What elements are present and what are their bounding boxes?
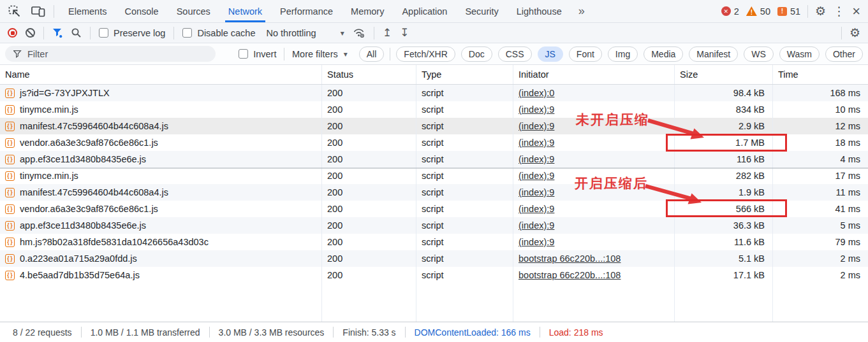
- cell-time: 4 ms: [773, 151, 868, 167]
- initiator-link[interactable]: (index):9: [519, 237, 554, 247]
- tab-memory[interactable]: Memory: [342, 0, 393, 22]
- column-header-initiator[interactable]: Initiator: [513, 65, 675, 84]
- divider: [173, 27, 174, 39]
- filter-chip-media[interactable]: Media: [644, 46, 683, 62]
- kebab-menu-icon[interactable]: ⋮: [833, 5, 845, 17]
- initiator-link[interactable]: (index):9: [519, 138, 554, 148]
- network-conditions-icon[interactable]: [353, 27, 365, 38]
- cell-initiator: (index):9: [513, 234, 675, 250]
- warning-icon: [746, 6, 757, 16]
- table-row[interactable]: manifest.47c59964604b44c608a4.js200scrip…: [0, 118, 868, 134]
- filter-chip-manifest[interactable]: Manifest: [689, 46, 738, 62]
- tab-lighthouse[interactable]: Lighthouse: [508, 0, 571, 22]
- more-tabs-icon[interactable]: »: [571, 0, 592, 22]
- toggle-device-toolbar-icon[interactable]: [31, 6, 45, 17]
- inspect-element-icon[interactable]: [8, 5, 21, 18]
- tab-elements[interactable]: Elements: [59, 0, 115, 22]
- table-row[interactable]: app.ef3ce11d3480b8435e6e.js200script(ind…: [0, 151, 868, 167]
- issues-badge[interactable]: ! 51: [777, 6, 800, 17]
- initiator-link[interactable]: bootstrap 66c220b...:108: [519, 253, 621, 264]
- network-settings-gear-icon[interactable]: ⚙: [850, 27, 860, 39]
- warning-badge[interactable]: 50: [746, 6, 770, 17]
- tab-network[interactable]: Network: [219, 0, 271, 22]
- export-har-icon[interactable]: ↧: [400, 27, 409, 38]
- cell-initiator: (index):9: [513, 151, 675, 167]
- cell-size: 11.6 kB: [675, 234, 773, 250]
- more-filters-dropdown[interactable]: More filters ▾: [292, 49, 348, 59]
- settings-gear-icon[interactable]: ⚙: [815, 5, 826, 17]
- cell-status: 200: [322, 101, 416, 118]
- cell-name: 0.a223ea01a715a29a0fdd.js: [0, 250, 322, 267]
- table-row[interactable]: tinymce.min.js200script(index):9834 kB10…: [0, 101, 868, 118]
- initiator-link[interactable]: (index):9: [519, 220, 554, 231]
- close-icon[interactable]: ×: [852, 4, 860, 18]
- table-row[interactable]: 4.be5aad7db1b35d75e64a.js200scriptbootst…: [0, 267, 868, 283]
- initiator-link[interactable]: (index):9: [519, 204, 554, 214]
- cell-type: script: [416, 118, 513, 134]
- devtools-window: ElementsConsoleSourcesNetworkPerformance…: [0, 0, 868, 342]
- filter-chip-js[interactable]: JS: [538, 46, 563, 62]
- initiator-link[interactable]: (index):9: [519, 154, 554, 164]
- table-row[interactable]: tinymce.min.js200script(index):9282 kB17…: [0, 167, 868, 184]
- filter-toggle-icon[interactable]: [52, 28, 63, 38]
- invert-checkbox[interactable]: Invert: [239, 49, 276, 59]
- initiator-link[interactable]: (index):9: [519, 171, 554, 181]
- initiator-link[interactable]: (index):9: [519, 187, 554, 197]
- filter-chip-doc[interactable]: Doc: [461, 46, 492, 62]
- clear-network-log-button[interactable]: [26, 28, 35, 38]
- checkbox-icon: [239, 49, 248, 59]
- error-badge[interactable]: ✕ 2: [721, 6, 739, 17]
- column-header-name[interactable]: Name: [0, 65, 322, 84]
- cell-name: manifest.47c59964604b44c608a4.js: [0, 184, 322, 201]
- cell-size: 98.4 kB: [675, 85, 773, 101]
- preserve-log-checkbox[interactable]: Preserve log: [99, 28, 165, 38]
- issues-icon: !: [777, 7, 787, 16]
- filter-chip-other[interactable]: Other: [825, 46, 863, 62]
- initiator-link[interactable]: (index):9: [519, 121, 554, 131]
- cell-size: 1.9 kB: [675, 184, 773, 201]
- initiator-link[interactable]: bootstrap 66c220b...:108: [519, 270, 621, 280]
- column-header-size[interactable]: Size: [675, 65, 773, 84]
- tab-performance[interactable]: Performance: [271, 0, 342, 22]
- divider: [841, 27, 842, 39]
- requests-table-header: NameStatusTypeInitiatorSizeTime: [0, 65, 868, 85]
- column-header-type[interactable]: Type: [416, 65, 513, 84]
- table-row[interactable]: hm.js?8b02a318fde5831da10426656a43d03c20…: [0, 234, 868, 250]
- table-row[interactable]: 0.a223ea01a715a29a0fdd.js200scriptbootst…: [0, 250, 868, 267]
- record-network-log-button[interactable]: [8, 28, 17, 38]
- tab-console[interactable]: Console: [115, 0, 167, 22]
- column-header-status[interactable]: Status: [322, 65, 416, 84]
- table-row[interactable]: js?id=G-73YJPXJTLX200script(index):098.4…: [0, 85, 868, 101]
- column-header-time[interactable]: Time: [773, 65, 868, 84]
- table-row[interactable]: vendor.a6a3e3c9af876c6e86c1.js200script(…: [0, 201, 868, 217]
- filter-input[interactable]: [27, 49, 207, 59]
- cell-status: 200: [322, 151, 416, 167]
- filter-chip-wasm[interactable]: Wasm: [779, 46, 820, 62]
- filter-chip-font[interactable]: Font: [569, 46, 602, 62]
- cell-size: 566 kB: [675, 201, 773, 217]
- filter-chip-fetch-xhr[interactable]: Fetch/XHR: [396, 46, 455, 62]
- disable-cache-checkbox[interactable]: Disable cache: [182, 28, 255, 38]
- cell-status: 200: [322, 234, 416, 250]
- tab-sources[interactable]: Sources: [168, 0, 219, 22]
- filter-chip-img[interactable]: Img: [608, 46, 638, 62]
- table-row[interactable]: vendor.a6a3e3c9af876c6e86c1.js200script(…: [0, 134, 868, 151]
- tab-security[interactable]: Security: [456, 0, 507, 22]
- requests-table-body: js?id=G-73YJPXJTLX200script(index):098.4…: [0, 85, 868, 283]
- table-row[interactable]: manifest.47c59964604b44c608a4.js200scrip…: [0, 184, 868, 201]
- filter-chip-ws[interactable]: WS: [744, 46, 774, 62]
- filter-input-pill[interactable]: [5, 46, 216, 62]
- cell-status: 200: [322, 201, 416, 217]
- filter-chip-all[interactable]: All: [359, 46, 385, 62]
- script-file-icon: [5, 138, 15, 148]
- filter-chip-css[interactable]: CSS: [498, 46, 532, 62]
- initiator-link[interactable]: (index):9: [519, 104, 554, 115]
- cell-initiator: (index):9: [513, 217, 675, 234]
- table-row[interactable]: app.ef3ce11d3480b8435e6e.js200script(ind…: [0, 217, 868, 234]
- script-file-icon: [5, 271, 15, 280]
- search-icon[interactable]: [71, 27, 82, 38]
- tab-application[interactable]: Application: [393, 0, 456, 22]
- throttling-dropdown[interactable]: No throttling ▾: [266, 28, 344, 38]
- initiator-link[interactable]: (index):0: [519, 88, 554, 98]
- import-har-icon[interactable]: ↥: [383, 27, 392, 38]
